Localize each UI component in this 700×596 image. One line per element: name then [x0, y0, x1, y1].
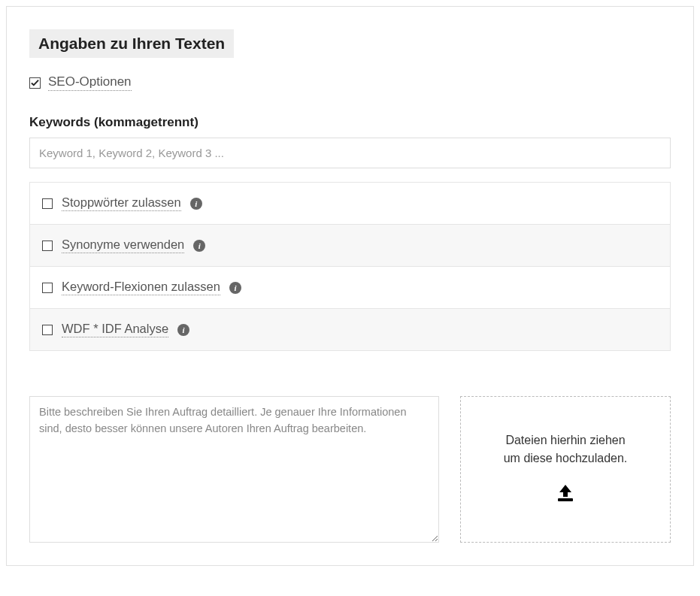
dropzone-line2: um diese hochzuladen. — [504, 452, 628, 465]
seo-options-label[interactable]: SEO-Optionen — [48, 74, 132, 91]
option-wdfidf-label[interactable]: WDF * IDF Analyse — [62, 322, 168, 337]
info-icon[interactable]: i — [190, 198, 202, 210]
description-textarea[interactable] — [29, 396, 439, 543]
keywords-label: Keywords (kommagetrennt) — [29, 115, 671, 130]
options-list: Stoppwörter zulassen i Synonyme verwende… — [29, 182, 671, 351]
seo-options-row: SEO-Optionen — [29, 74, 671, 91]
option-flexions: Keyword-Flexionen zulassen i — [30, 267, 670, 309]
file-dropzone[interactable]: Dateien hierhin ziehen um diese hochzula… — [460, 396, 671, 543]
option-wdfidf: WDF * IDF Analyse i — [30, 309, 670, 350]
section-title: Angaben zu Ihren Texten — [29, 29, 234, 58]
check-icon — [31, 79, 39, 87]
upload-icon — [555, 483, 576, 506]
option-synonyms-checkbox[interactable] — [42, 241, 53, 251]
info-icon[interactable]: i — [177, 324, 189, 336]
form-panel: Angaben zu Ihren Texten SEO-Optionen Key… — [6, 6, 694, 566]
option-stopwords: Stoppwörter zulassen i — [30, 183, 670, 225]
option-wdfidf-checkbox[interactable] — [42, 325, 53, 335]
seo-options-checkbox[interactable] — [29, 77, 41, 89]
option-synonyms: Synonyme verwenden i — [30, 225, 670, 267]
option-flexions-label[interactable]: Keyword-Flexionen zulassen — [62, 280, 220, 295]
info-icon[interactable]: i — [229, 282, 241, 294]
bottom-row: Dateien hierhin ziehen um diese hochzula… — [29, 396, 671, 543]
option-synonyms-label[interactable]: Synonyme verwenden — [62, 237, 184, 253]
svg-rect-0 — [558, 498, 573, 501]
dropzone-line1: Dateien hierhin ziehen — [505, 434, 625, 447]
option-stopwords-checkbox[interactable] — [42, 198, 53, 209]
keywords-input[interactable] — [29, 138, 671, 168]
option-flexions-checkbox[interactable] — [42, 283, 53, 293]
info-icon[interactable]: i — [193, 240, 205, 252]
option-stopwords-label[interactable]: Stoppwörter zulassen — [62, 195, 181, 211]
